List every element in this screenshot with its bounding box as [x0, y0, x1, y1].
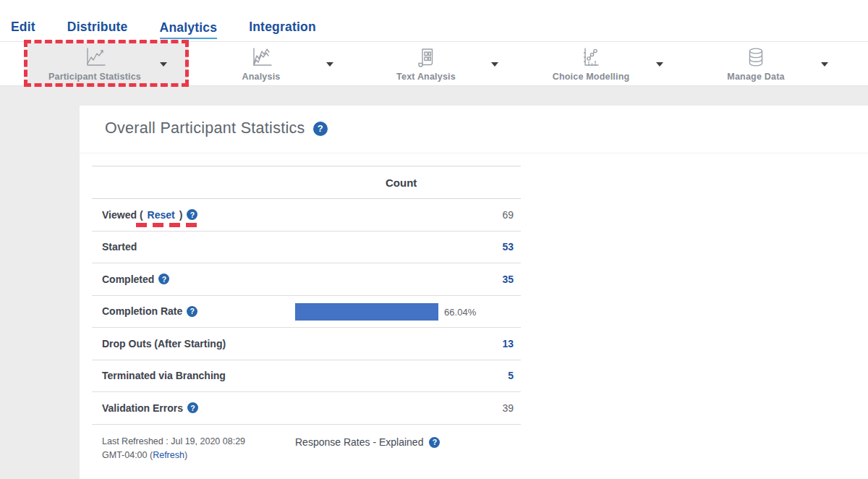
- divider: [80, 153, 868, 153]
- row-label-text: Started: [102, 241, 137, 253]
- toolbar-item-manage-data[interactable]: Manage Data: [689, 43, 849, 85]
- chevron-down-icon[interactable]: [326, 62, 333, 67]
- row-label-text: Drop Outs (After Starting): [102, 338, 226, 349]
- row-count: 53: [502, 241, 514, 253]
- scatter-chart-icon: [580, 46, 602, 69]
- chevron-down-icon[interactable]: [821, 62, 828, 67]
- help-icon[interactable]: ?: [187, 306, 197, 317]
- row-count: 13: [502, 338, 514, 349]
- completion-bar-label: 66.04%: [444, 307, 476, 318]
- row-label-text: Validation Errors: [102, 402, 183, 414]
- reset-link[interactable]: Reset: [148, 209, 175, 221]
- table-footer: Last Refreshed : Jul 19, 2020 08:29 GMT-…: [92, 425, 521, 462]
- nav-item-edit[interactable]: Edit: [11, 20, 35, 35]
- table-header: Count: [92, 166, 521, 199]
- top-navigation: Edit Distribute Analytics Integration: [0, 0, 868, 41]
- toolbar-item-content: Choice Modelling: [524, 46, 658, 82]
- row-count: 5: [508, 370, 514, 381]
- row-label: Drop Outs (After Starting): [102, 338, 226, 349]
- response-rates-row: Response Rates - Explained ?: [295, 436, 440, 449]
- last-refreshed-text: Last Refreshed : Jul 19, 2020 08:29 GMT-…: [102, 435, 295, 462]
- toolbar-item-label: Text Analysis: [359, 72, 493, 82]
- table-row-started: Started 53: [92, 232, 521, 264]
- row-count: 35: [502, 274, 514, 285]
- completion-bar-fill: [295, 303, 438, 321]
- toolbar-item-label: Analysis: [194, 72, 328, 82]
- row-count: 39: [502, 402, 514, 414]
- last-refreshed-line2-suffix: ): [184, 450, 187, 460]
- toolbar-item-content: Text Analysis: [359, 46, 493, 82]
- toolbar-item-content: Analysis: [194, 46, 328, 82]
- table-row-validation-errors: Validation Errors ? 39: [92, 392, 521, 425]
- table-row-viewed: Viewed ( Reset ) ? 69: [92, 199, 521, 232]
- row-label: Validation Errors ?: [102, 402, 198, 414]
- nav-item-distribute[interactable]: Distribute: [67, 20, 128, 35]
- row-label: Viewed ( Reset ) ?: [102, 209, 197, 221]
- help-icon[interactable]: ?: [187, 402, 198, 413]
- table-row-terminated: Terminated via Branching 5: [92, 360, 521, 393]
- last-refreshed-line2: GMT-04:00 (: [102, 450, 153, 460]
- toolbar-item-analysis[interactable]: Analysis: [194, 43, 354, 85]
- toolbar-item-content: Manage Data: [689, 46, 823, 82]
- row-count: 69: [502, 209, 514, 221]
- toolbar-item-content: Participant Statistics: [27, 46, 162, 82]
- help-icon[interactable]: ?: [158, 274, 169, 284]
- analytics-toolbar: Participant Statistics Analysis: [0, 41, 868, 86]
- chevron-down-icon[interactable]: [491, 62, 498, 67]
- nav-item-integration[interactable]: Integration: [249, 20, 316, 35]
- annotation-underline: [136, 223, 197, 227]
- last-refreshed-line1: Last Refreshed : Jul 19, 2020 08:29: [102, 436, 245, 446]
- chevron-down-icon[interactable]: [160, 62, 167, 67]
- count-column-header: Count: [386, 177, 417, 189]
- row-label-text: Completion Rate: [102, 305, 182, 317]
- row-label: Terminated via Branching: [102, 370, 226, 381]
- help-icon[interactable]: ?: [187, 209, 197, 220]
- chevron-down-icon[interactable]: [656, 62, 663, 67]
- toolbar-item-text-analysis[interactable]: Text Analysis: [359, 43, 519, 85]
- row-label: Completion Rate ?: [102, 305, 197, 317]
- row-label-text: Completed: [102, 274, 154, 285]
- document-grid-icon: [415, 46, 437, 69]
- table-row-drop-outs: Drop Outs (After Starting) 13: [92, 328, 521, 360]
- toolbar-item-label: Choice Modelling: [524, 72, 658, 82]
- row-label-text: ): [179, 209, 183, 221]
- database-icon: [745, 46, 767, 69]
- row-label-text: Terminated via Branching: [102, 370, 226, 381]
- toolbar-item-label: Participant Statistics: [27, 72, 162, 82]
- refresh-link[interactable]: Refresh: [153, 450, 184, 460]
- page-title: Overall Participant Statistics: [105, 119, 305, 137]
- toolbar-item-participant-statistics[interactable]: Participant Statistics: [27, 43, 188, 85]
- multi-line-chart-icon: [250, 46, 273, 69]
- toolbar-item-label: Manage Data: [689, 72, 823, 82]
- help-icon[interactable]: ?: [313, 122, 328, 136]
- nav-item-analytics[interactable]: Analytics: [160, 20, 218, 39]
- table-row-completion-rate: Completion Rate ? 66.04%: [92, 296, 521, 328]
- participant-statistics-table: Count Viewed ( Reset ) ? 69 Started 53 C…: [92, 166, 521, 462]
- content-panel: Overall Participant Statistics ? Count V…: [80, 106, 868, 479]
- help-icon[interactable]: ?: [429, 437, 440, 448]
- row-label: Started: [102, 241, 137, 253]
- row-label-text: Viewed (: [102, 209, 143, 221]
- completion-rate-bar: 66.04%: [295, 303, 512, 321]
- line-chart-icon: [83, 46, 106, 69]
- table-row-completed: Completed ? 35: [92, 263, 521, 296]
- response-rates-label: Response Rates - Explained: [295, 436, 423, 448]
- row-label: Completed ?: [102, 274, 169, 285]
- toolbar-item-choice-modelling[interactable]: Choice Modelling: [524, 43, 684, 85]
- page-title-row: Overall Participant Statistics ?: [105, 119, 328, 137]
